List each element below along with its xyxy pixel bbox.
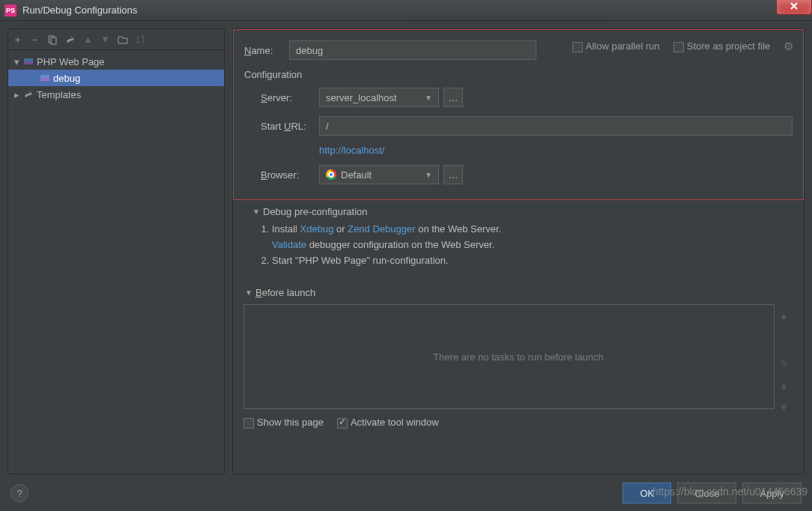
validate-link[interactable]: Validate [272, 239, 306, 250]
sort-icon [136, 34, 146, 45]
browser-label: Browser: [261, 169, 319, 181]
app-icon: PS [4, 4, 16, 16]
before-launch-section-header[interactable]: ▼ Before launch [245, 287, 793, 298]
wrench-icon [65, 34, 76, 45]
help-button[interactable]: ? [10, 484, 28, 502]
server-browse-button[interactable]: … [443, 88, 463, 107]
remove-config-button[interactable]: － [30, 33, 40, 46]
gear-icon[interactable]: ⚙ [784, 40, 793, 53]
debug-pre-section-header[interactable]: ▼ Debug pre-configuration [252, 206, 793, 217]
resolved-url-link[interactable]: http://localhost/ [319, 145, 793, 156]
copy-config-button[interactable] [47, 34, 58, 45]
chrome-icon [326, 169, 336, 180]
chevron-down-icon: ▼ [425, 94, 432, 102]
tree-label: Templates [37, 89, 81, 100]
before-launch-tasks: There are no tasks to run before launch … [243, 304, 793, 409]
show-this-page-checkbox[interactable]: Show this page [243, 417, 324, 429]
close-window-button[interactable] [776, 0, 812, 15]
folder-icon [118, 34, 128, 45]
tree-label: PHP Web Page [37, 56, 105, 67]
config-form-panel: Allow parallel run Store as project file… [232, 28, 805, 474]
svg-rect-1 [51, 37, 56, 44]
php-web-icon [22, 56, 35, 67]
tree-expander-icon[interactable]: ▾ [11, 56, 22, 67]
browser-value: Default [341, 169, 372, 181]
tree-node-debug[interactable]: debug [8, 70, 224, 86]
browser-browse-button[interactable]: … [443, 165, 463, 184]
tree-toolbar: ＋ － ▲ ▼ [8, 29, 224, 50]
xdebug-link[interactable]: Xdebug [300, 223, 334, 235]
name-input[interactable] [289, 40, 536, 60]
title-bar: PS Run/Debug Configurations [0, 0, 812, 21]
configurations-tree-panel: ＋ － ▲ ▼ ▾ PHP Web Page debug ▸ Templates [7, 28, 225, 474]
window-title: Run/Debug Configurations [22, 4, 137, 16]
templates-icon [22, 89, 35, 100]
store-as-project-checkbox[interactable]: Store as project file [673, 40, 770, 52]
empty-tasks-message: There are no tasks to run before launch [433, 351, 604, 363]
add-task-button[interactable]: ＋ [779, 310, 789, 324]
php-web-icon [38, 73, 52, 83]
server-value: server_localhost [326, 92, 397, 103]
server-combo[interactable]: server_localhost ▼ [319, 88, 439, 107]
cancel-button[interactable]: Close [677, 483, 736, 504]
remove-task-button[interactable]: － [779, 334, 789, 348]
server-label: Server: [261, 92, 319, 103]
name-label: Name: [244, 45, 289, 56]
close-icon [789, 1, 799, 11]
top-options: Allow parallel run Store as project file… [572, 40, 793, 53]
debug-pre-title: Debug pre-configuration [263, 206, 367, 217]
allow-parallel-label: Allow parallel run [586, 40, 660, 52]
chevron-down-icon: ▼ [425, 171, 432, 179]
validate-line: Validate debugger configuration on the W… [272, 239, 793, 250]
dialog-footer: ? OK Close Apply [0, 475, 812, 511]
expander-down-icon: ▼ [245, 288, 255, 297]
tree-node-php-web-page[interactable]: ▾ PHP Web Page [8, 53, 224, 70]
store-project-label: Store as project file [687, 40, 770, 52]
tree-expander-icon[interactable]: ▸ [11, 89, 22, 100]
apply-button[interactable]: Apply [742, 483, 802, 504]
move-up-button[interactable]: ▲ [83, 34, 93, 45]
configuration-section-header: Configuration [244, 69, 793, 80]
sort-button[interactable] [136, 34, 146, 45]
allow-parallel-checkbox[interactable]: Allow parallel run [572, 40, 660, 52]
show-this-page-label: Show this page [257, 417, 324, 428]
edit-defaults-button[interactable] [65, 34, 76, 45]
task-down-button[interactable]: ▼ [779, 402, 789, 413]
config-tree[interactable]: ▾ PHP Web Page debug ▸ Templates [8, 50, 224, 474]
svg-rect-3 [24, 62, 33, 64]
activate-tool-window-checkbox[interactable]: Activate tool window [337, 417, 439, 429]
activate-tool-label: Activate tool window [351, 417, 439, 428]
tree-label: debug [53, 73, 80, 84]
move-down-button[interactable]: ▼ [100, 34, 110, 45]
tree-node-templates[interactable]: ▸ Templates [8, 86, 224, 103]
folder-button[interactable] [118, 34, 128, 45]
add-config-button[interactable]: ＋ [13, 33, 22, 46]
copy-icon [47, 34, 58, 45]
start-url-label: Start URL: [261, 121, 319, 132]
browser-combo[interactable]: Default ▼ [319, 165, 439, 184]
svg-rect-5 [40, 79, 49, 81]
start-url-input[interactable] [319, 116, 793, 136]
task-up-button[interactable]: ▲ [779, 380, 789, 391]
highlighted-region: Name: Configuration Server: server_local… [233, 29, 804, 200]
debug-pre-step1: Install Xdebug or Zend Debugger on the W… [272, 223, 793, 235]
expander-down-icon: ▼ [252, 208, 263, 216]
zend-link[interactable]: Zend Debugger [348, 223, 415, 235]
task-side-controls: ＋ － ✎ ▲ ▼ [774, 304, 793, 409]
ok-button[interactable]: OK [622, 483, 671, 504]
debug-pre-step2: Start "PHP Web Page" run-configuration. [272, 255, 793, 266]
edit-task-button[interactable]: ✎ [780, 358, 788, 369]
